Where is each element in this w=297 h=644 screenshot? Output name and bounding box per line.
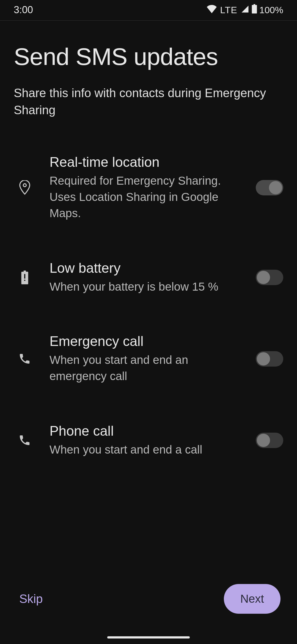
toggle-thumb — [257, 352, 270, 365]
signal-icon — [241, 4, 249, 16]
option-text: Emergency call When you start and end an… — [50, 333, 242, 384]
svg-rect-1 — [24, 274, 25, 279]
option-desc: When you start and end an emergency call — [50, 352, 237, 384]
status-bar: 3:00 LTE 100% — [0, 0, 297, 20]
battery-alert-icon — [14, 271, 36, 284]
wifi-icon — [207, 4, 217, 16]
option-title: Emergency call — [50, 333, 237, 349]
battery-icon — [252, 4, 257, 16]
network-label: LTE — [220, 5, 237, 15]
option-title: Real-time location — [50, 154, 237, 170]
option-text: Real-time location Required for Emergenc… — [50, 154, 242, 221]
toggle-emergency-call[interactable] — [256, 351, 283, 367]
phone-icon — [14, 434, 36, 446]
svg-point-0 — [23, 184, 26, 187]
options-list: Real-time location Required for Emergenc… — [0, 154, 297, 458]
toggle-low-battery[interactable] — [256, 270, 283, 285]
status-time: 3:00 — [14, 4, 33, 16]
navigation-handle[interactable] — [107, 636, 190, 638]
toggle-phone-call[interactable] — [256, 433, 283, 448]
option-text: Phone call When you start and end a call — [50, 423, 242, 458]
battery-percent: 100% — [259, 5, 283, 15]
toggle-thumb — [269, 181, 282, 194]
option-title: Low battery — [50, 260, 237, 276]
option-desc: Required for Emergency Sharing. Uses Loc… — [50, 173, 237, 221]
toggle-thumb — [257, 271, 270, 284]
option-desc: When you start and end a call — [50, 442, 237, 458]
option-phone-call[interactable]: Phone call When you start and end a call — [14, 423, 283, 458]
location-pin-icon — [14, 180, 36, 195]
skip-button[interactable]: Skip — [16, 586, 46, 611]
option-real-time-location[interactable]: Real-time location Required for Emergenc… — [14, 154, 283, 221]
option-emergency-call[interactable]: Emergency call When you start and end an… — [14, 333, 283, 384]
option-title: Phone call — [50, 423, 237, 439]
status-indicators: LTE 100% — [207, 4, 283, 16]
page-subtitle: Share this info with contacts during Eme… — [0, 79, 297, 118]
toggle-thumb — [257, 434, 270, 447]
phone-icon — [14, 353, 36, 365]
option-low-battery[interactable]: Low battery When your battery is below 1… — [14, 260, 283, 295]
option-text: Low battery When your battery is below 1… — [50, 260, 242, 295]
page-title: Send SMS updates — [0, 21, 297, 79]
toggle-real-time-location[interactable] — [256, 180, 283, 195]
next-button[interactable]: Next — [224, 584, 280, 614]
footer: Skip Next — [0, 584, 297, 614]
option-desc: When your battery is below 15 % — [50, 279, 237, 295]
svg-rect-2 — [24, 280, 25, 281]
